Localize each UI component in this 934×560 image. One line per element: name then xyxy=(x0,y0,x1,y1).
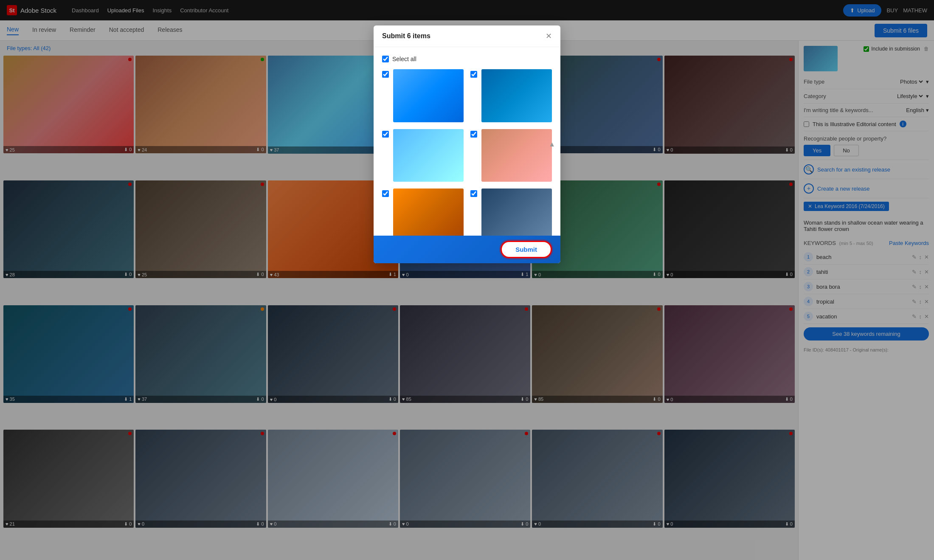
modal-item-thumb xyxy=(393,189,464,236)
modal-item-checkbox[interactable] xyxy=(382,71,389,78)
modal-item-checkbox[interactable] xyxy=(470,71,477,78)
modal-item-checkbox[interactable] xyxy=(470,131,477,138)
modal-item-checkbox[interactable] xyxy=(382,190,389,197)
modal-body: Select all ▲ xyxy=(374,47,560,236)
modal-item xyxy=(382,69,464,122)
modal-item-thumb xyxy=(481,69,552,122)
modal-item-thumb xyxy=(393,129,464,182)
modal-item xyxy=(382,189,464,236)
modal-item xyxy=(382,129,464,182)
modal-footer: Submit xyxy=(374,236,560,263)
modal-item-thumb xyxy=(481,189,552,236)
modal-item-checkbox[interactable] xyxy=(382,131,389,138)
modal-item-thumb xyxy=(393,69,464,122)
modal-select-all-label: Select all xyxy=(392,56,416,62)
modal-items-grid xyxy=(382,66,552,236)
modal-select-all-row: Select all ▲ xyxy=(382,52,552,66)
modal-header: Submit 6 items ✕ xyxy=(374,25,560,47)
submit-modal: Submit 6 items ✕ Select all ▲ xyxy=(374,25,560,263)
modal-item xyxy=(470,69,552,122)
modal-item-checkbox[interactable] xyxy=(470,190,477,197)
modal-item xyxy=(470,129,552,182)
modal-close-button[interactable]: ✕ xyxy=(546,32,552,40)
scroll-up-icon: ▲ xyxy=(549,141,555,148)
modal-select-all-checkbox[interactable] xyxy=(382,56,389,62)
modal-submit-button[interactable]: Submit xyxy=(501,241,552,258)
modal-title: Submit 6 items xyxy=(382,32,430,40)
modal-item-thumb xyxy=(481,129,552,182)
modal-overlay: Submit 6 items ✕ Select all ▲ xyxy=(0,0,934,560)
modal-item xyxy=(470,189,552,236)
